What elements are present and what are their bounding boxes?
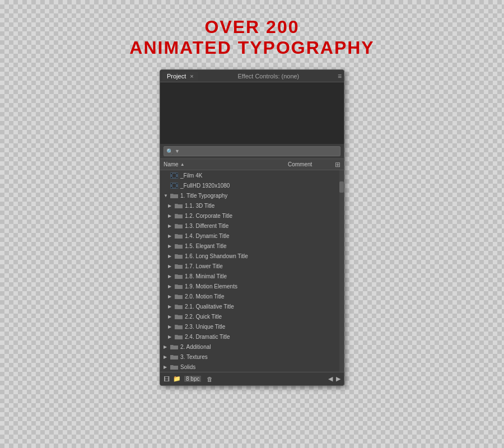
main-content: OVER 200 ANIMATED TYPOGRAPHY Project × E…	[0, 0, 504, 386]
search-area: 🔍 ▼	[160, 144, 344, 159]
expand-arrow[interactable]: ▶	[168, 314, 174, 319]
folder-new-icon[interactable]: 📁	[173, 375, 181, 382]
expand-arrow[interactable]: ▶	[168, 203, 174, 208]
folder-icon	[175, 242, 185, 249]
project-tab[interactable]: Project ×	[162, 72, 198, 81]
item-label: _Film 4K	[180, 172, 202, 179]
svg-rect-7	[171, 183, 172, 184]
list-item[interactable]: ▶ 1.6. Long Shandown Title	[160, 251, 344, 261]
expand-arrow[interactable]: ▶	[168, 324, 174, 329]
ae-tab-bar: Project × Effect Controls: (none) ≡	[160, 70, 344, 82]
item-label: Solids	[180, 364, 195, 370]
search-bar[interactable]: 🔍 ▼	[164, 146, 340, 156]
list-item[interactable]: ▶ 1.5. Elegant Title	[160, 241, 344, 251]
folder-icon	[175, 263, 185, 269]
list-item[interactable]: ▶ 2.1. Qualitative Title	[160, 301, 344, 311]
folder-icon	[170, 343, 180, 350]
film-icon	[170, 182, 180, 189]
svg-rect-2	[171, 177, 172, 178]
folder-icon	[175, 222, 185, 229]
effect-controls-tab[interactable]: Effect Controls: (none)	[199, 73, 338, 80]
item-label: 2.3. Unique Title	[185, 324, 225, 330]
expand-arrow[interactable]: ▶	[168, 334, 174, 339]
list-item[interactable]: ▶ 1.2. Corporate Title	[160, 211, 344, 221]
headline-line1: OVER 200	[129, 17, 374, 38]
folder-icon	[175, 323, 185, 330]
bpc-badge: 8 bpc	[184, 376, 201, 382]
folder-icon	[175, 273, 185, 279]
item-label: 1.2. Corporate Title	[185, 213, 232, 219]
grid-view-icon[interactable]: ⊞	[335, 161, 340, 169]
list-item[interactable]: ▶ 2. Additional	[160, 342, 344, 352]
folder-icon	[175, 253, 185, 259]
item-label: 3. Textures	[180, 354, 208, 360]
folder-icon	[175, 232, 185, 239]
expand-arrow[interactable]: ▶	[168, 234, 174, 239]
expand-arrow[interactable]: ▶	[168, 223, 174, 228]
list-item[interactable]: ▶ 1.4. Dynamic Title	[160, 231, 344, 241]
expand-arrow[interactable]: ▶	[168, 284, 174, 289]
comment-column-header[interactable]: Comment	[288, 161, 333, 167]
sort-icon: ▲	[180, 162, 185, 167]
expand-arrow[interactable]: ▶	[168, 294, 174, 299]
folder-icon	[175, 333, 185, 340]
list-item[interactable]: ▶ 1.9. Motion Elements	[160, 281, 344, 291]
list-item[interactable]: ▶ Solids	[160, 362, 344, 372]
svg-rect-8	[171, 187, 172, 188]
expand-arrow[interactable]: ▶	[164, 344, 169, 349]
svg-rect-11	[172, 184, 176, 188]
svg-rect-5	[172, 174, 176, 178]
item-label: 2.1. Qualitative Title	[185, 304, 234, 310]
folder-icon	[170, 353, 180, 360]
list-item[interactable]: _Film 4K	[160, 170, 344, 180]
panel-menu-icon[interactable]: ≡	[338, 72, 342, 80]
search-icon: 🔍	[166, 148, 173, 155]
expand-arrow[interactable]: ▶	[168, 254, 174, 259]
list-item[interactable]: ▶ 1.1. 3D Title	[160, 200, 344, 211]
expand-arrow[interactable]: ▶	[168, 274, 174, 279]
folder-icon	[175, 313, 185, 320]
file-list: _Film 4K _FullHD 1920x1080▼ 1. Title Typ…	[160, 170, 344, 372]
trash-icon[interactable]: 🗑	[207, 376, 213, 382]
list-item[interactable]: ▶ 2.4. Dramatic Title	[160, 332, 344, 342]
list-item[interactable]: ▶ 2.3. Unique Title	[160, 321, 344, 332]
folder-icon	[175, 212, 185, 219]
list-item[interactable]: ▶ 1.8. Minimal Title	[160, 271, 344, 281]
item-label: 2.4. Dramatic Title	[185, 334, 230, 340]
svg-rect-9	[176, 183, 178, 184]
scrollbar-thumb[interactable]	[339, 181, 344, 193]
expand-arrow[interactable]: ▶	[168, 264, 174, 269]
expand-arrow[interactable]: ▶	[168, 213, 174, 218]
footage-icon[interactable]: 🎞	[164, 376, 170, 382]
expand-arrow[interactable]: ▶	[164, 365, 169, 370]
vertical-scrollbar[interactable]	[339, 170, 344, 372]
list-item[interactable]: ▶ 1.3. Different Title	[160, 221, 344, 231]
preview-area	[160, 82, 344, 144]
item-label: 1.5. Elegant Title	[185, 243, 227, 249]
list-item[interactable]: _FullHD 1920x1080	[160, 180, 344, 190]
item-label: 1.9. Motion Elements	[185, 283, 237, 290]
item-label: 2.0. Motion Title	[185, 293, 225, 300]
folder-icon	[175, 293, 185, 300]
list-item[interactable]: ▶ 2.2. Quick Title	[160, 311, 344, 321]
item-label: 1.3. Different Title	[185, 223, 228, 229]
nav-left-icon[interactable]: ◀	[328, 375, 333, 382]
name-column-header[interactable]: Name ▲	[164, 161, 288, 167]
expand-arrow[interactable]: ▼	[164, 193, 169, 198]
svg-rect-3	[176, 173, 178, 174]
expand-arrow[interactable]: ▶	[164, 354, 169, 360]
search-dropdown-arrow[interactable]: ▼	[175, 148, 180, 154]
list-item[interactable]: ▼ 1. Title Typography	[160, 190, 344, 200]
expand-arrow[interactable]: ▶	[168, 304, 174, 309]
list-item[interactable]: ▶ 3. Textures	[160, 352, 344, 362]
expand-arrow[interactable]: ▶	[168, 244, 174, 249]
item-label: 1.1. 3D Title	[185, 203, 214, 209]
list-item[interactable]: ▶ 1.7. Lower Title	[160, 261, 344, 271]
nav-right-icon[interactable]: ▶	[336, 375, 340, 382]
folder-icon	[175, 283, 185, 290]
item-label: 1.7. Lower Title	[185, 263, 223, 269]
item-label: 2.2. Quick Title	[185, 314, 222, 320]
list-item[interactable]: ▶ 2.0. Motion Title	[160, 291, 344, 301]
column-headers: Name ▲ Comment ⊞	[160, 159, 344, 170]
item-label: 1.4. Dynamic Title	[185, 233, 229, 239]
